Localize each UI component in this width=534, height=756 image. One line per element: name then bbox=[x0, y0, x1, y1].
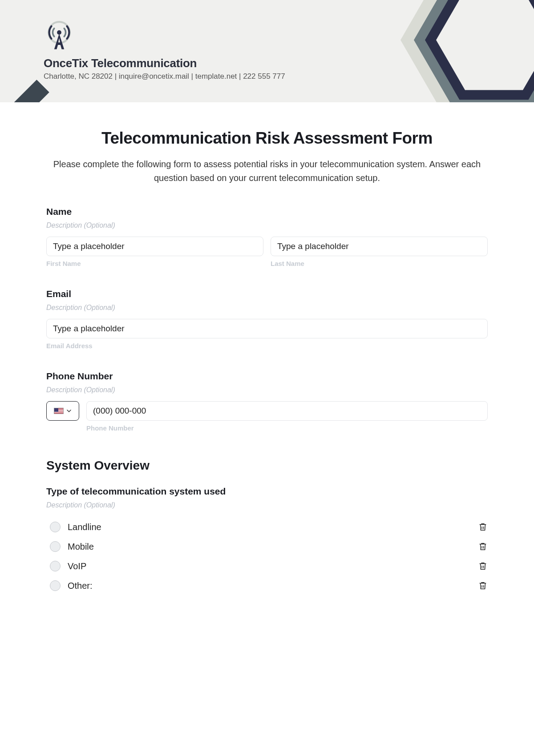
phone-field-group: Phone Number Description (Optional) Phon… bbox=[46, 371, 488, 432]
form-description: Please complete the following form to as… bbox=[46, 157, 488, 185]
form-title: Telecommunication Risk Assessment Form bbox=[46, 129, 488, 148]
name-description[interactable]: Description (Optional) bbox=[46, 221, 488, 229]
radio-item: Landline bbox=[46, 517, 488, 537]
system-type-field-group: Type of telecommunication system used De… bbox=[46, 486, 488, 595]
logo-block: OnceTix Telecommunication Charlotte, NC … bbox=[44, 20, 285, 81]
trash-icon[interactable] bbox=[478, 581, 488, 591]
phone-sublabel: Phone Number bbox=[86, 424, 488, 432]
trash-icon[interactable] bbox=[478, 522, 488, 532]
radio-button[interactable] bbox=[50, 541, 61, 552]
trash-icon[interactable] bbox=[478, 561, 488, 571]
first-name-sublabel: First Name bbox=[46, 260, 263, 267]
radio-button[interactable] bbox=[50, 522, 61, 532]
corner-stripe bbox=[0, 80, 49, 102]
us-flag-icon bbox=[54, 408, 64, 414]
radio-label[interactable]: VoIP bbox=[68, 561, 86, 571]
radio-label[interactable]: Mobile bbox=[68, 542, 94, 552]
last-name-sublabel: Last Name bbox=[271, 260, 488, 267]
page-header: OnceTix Telecommunication Charlotte, NC … bbox=[0, 0, 534, 102]
country-code-selector[interactable] bbox=[46, 401, 79, 421]
radio-label[interactable]: Landline bbox=[68, 522, 101, 532]
name-label: Name bbox=[46, 206, 488, 217]
radio-item: Other: bbox=[46, 576, 488, 595]
system-type-options: Landline Mobile VoIP bbox=[46, 517, 488, 595]
company-name: OnceTix Telecommunication bbox=[44, 56, 285, 70]
phone-description[interactable]: Description (Optional) bbox=[46, 386, 488, 394]
system-type-label: Type of telecommunication system used bbox=[46, 486, 488, 497]
radio-label[interactable]: Other: bbox=[68, 581, 93, 591]
system-type-description[interactable]: Description (Optional) bbox=[46, 501, 488, 509]
chevron-down-icon bbox=[66, 408, 72, 414]
hexagon-decoration bbox=[400, 0, 534, 102]
last-name-input[interactable] bbox=[271, 237, 488, 256]
name-field-group: Name Description (Optional) First Name L… bbox=[46, 206, 488, 267]
first-name-input[interactable] bbox=[46, 237, 263, 256]
email-sublabel: Email Address bbox=[46, 342, 488, 350]
system-overview-heading: System Overview bbox=[46, 458, 488, 473]
email-description[interactable]: Description (Optional) bbox=[46, 304, 488, 312]
email-field-group: Email Description (Optional) Email Addre… bbox=[46, 289, 488, 350]
radio-item: VoIP bbox=[46, 556, 488, 576]
phone-input[interactable] bbox=[86, 401, 488, 421]
radio-item: Mobile bbox=[46, 537, 488, 556]
antenna-tower-icon bbox=[44, 20, 75, 51]
company-contact-line: Charlotte, NC 28202 | inquire@oncetix.ma… bbox=[44, 72, 285, 81]
radio-button[interactable] bbox=[50, 580, 61, 591]
trash-icon[interactable] bbox=[478, 542, 488, 551]
email-input[interactable] bbox=[46, 319, 488, 338]
phone-label: Phone Number bbox=[46, 371, 488, 382]
email-label: Email bbox=[46, 289, 488, 299]
form-content: Telecommunication Risk Assessment Form P… bbox=[0, 102, 534, 613]
radio-button[interactable] bbox=[50, 561, 61, 571]
